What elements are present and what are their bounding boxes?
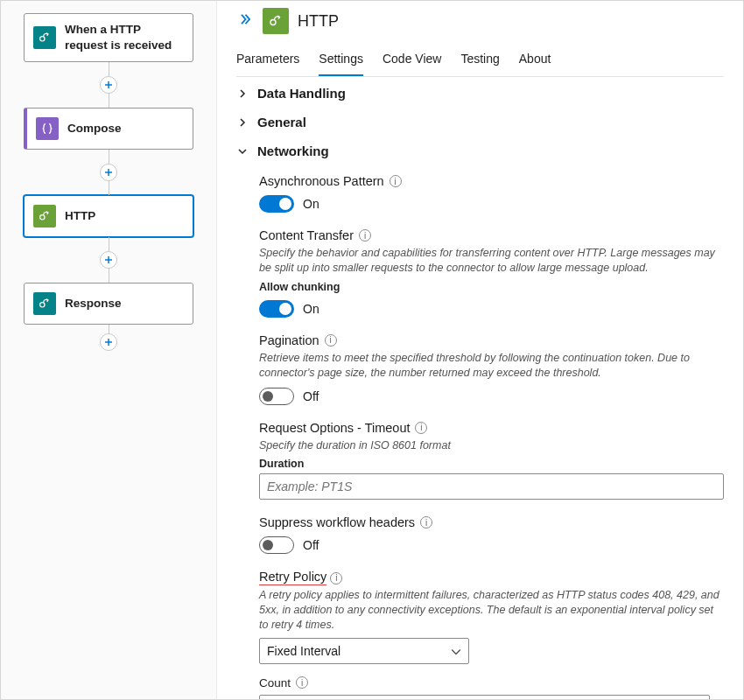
add-step-button[interactable]: [100, 251, 117, 269]
add-step-button[interactable]: [100, 76, 117, 94]
tab-parameters[interactable]: Parameters: [236, 45, 299, 76]
chevron-right-icon: [236, 87, 249, 101]
tab-settings[interactable]: Settings: [319, 45, 363, 76]
allow-chunking-label: Allow chunking: [259, 281, 724, 293]
chevron-right-icon: [236, 116, 249, 130]
pagination-state: Off: [303, 389, 319, 403]
retry-policy-select[interactable]: Fixed Interval: [259, 638, 469, 664]
workflow-node-http[interactable]: HTTP: [24, 195, 193, 237]
braces-icon: [36, 117, 59, 140]
tab-testing[interactable]: Testing: [460, 45, 499, 76]
suppress-headers-state: Off: [303, 538, 319, 552]
info-icon[interactable]: i: [296, 676, 308, 689]
suppress-headers-label: Suppress workflow headers: [259, 515, 415, 529]
svg-point-8: [40, 303, 45, 307]
async-pattern-toggle[interactable]: [259, 195, 294, 213]
timeout-label: Request Options - Timeout: [259, 421, 410, 435]
retry-policy-selected: Fixed Interval: [267, 644, 340, 658]
http-action-icon: [263, 8, 289, 34]
retry-count-input[interactable]: [259, 695, 710, 700]
tab-about[interactable]: About: [519, 45, 551, 76]
pagination-toggle[interactable]: [259, 388, 294, 405]
workflow-node-compose[interactable]: Compose: [24, 108, 193, 150]
duration-label: Duration: [259, 458, 724, 470]
action-panel: HTTP ParametersSettingsCode ViewTestingA…: [216, 1, 743, 699]
section-data-handling[interactable]: Data Handling: [236, 77, 724, 106]
panel-title: HTTP: [298, 12, 339, 31]
collapse-panel-button[interactable]: [236, 11, 252, 32]
async-pattern-state: On: [303, 197, 319, 211]
pagination-desc: Retrieve items to meet the specified thr…: [259, 351, 724, 381]
workflow-node-when-a-http-request-is-received[interactable]: When a HTTP request is received: [24, 13, 193, 62]
allow-chunking-state: On: [303, 302, 319, 316]
info-icon[interactable]: i: [330, 572, 342, 584]
count-label: Count: [259, 676, 291, 690]
node-label: When a HTTP request is received: [65, 22, 184, 52]
node-label: HTTP: [65, 208, 95, 224]
section-networking[interactable]: Networking: [236, 135, 724, 164]
add-step-button[interactable]: [100, 333, 117, 351]
chevron-down-icon: [236, 144, 249, 158]
pagination-label: Pagination: [259, 333, 319, 347]
signal-icon: [33, 205, 56, 228]
chevron-down-icon: [451, 646, 461, 660]
info-icon[interactable]: i: [325, 334, 337, 346]
panel-tabs: ParametersSettingsCode ViewTestingAbout: [236, 45, 724, 77]
info-icon[interactable]: i: [359, 229, 371, 242]
timeout-desc: Specify the duration in ISO 8601 format: [259, 438, 724, 453]
suppress-headers-toggle[interactable]: [259, 536, 294, 554]
add-step-button[interactable]: [100, 164, 117, 181]
tab-code-view[interactable]: Code View: [383, 45, 441, 76]
info-icon[interactable]: i: [420, 516, 432, 528]
info-icon[interactable]: i: [415, 422, 427, 434]
workflow-node-response[interactable]: Response: [24, 283, 193, 325]
retry-policy-desc: A retry policy applies to intermittent f…: [259, 588, 724, 633]
node-label: Compose: [67, 121, 122, 136]
section-general[interactable]: General: [236, 106, 724, 135]
content-transfer-desc: Specify the behavior and capabilities fo…: [259, 246, 724, 276]
signal-icon: [33, 26, 56, 49]
retry-policy-label: Retry Policy: [259, 570, 326, 585]
content-transfer-label: Content Transfer: [259, 228, 354, 242]
async-pattern-label: Asynchronous Pattern: [259, 174, 384, 188]
designer-canvas: When a HTTP request is receivedComposeHT…: [1, 1, 216, 699]
svg-point-0: [40, 37, 45, 41]
allow-chunking-toggle[interactable]: [259, 300, 294, 318]
node-label: Response: [65, 296, 122, 312]
info-icon[interactable]: i: [390, 175, 402, 187]
signal-icon: [33, 292, 56, 315]
duration-input[interactable]: [259, 473, 724, 500]
svg-point-5: [40, 215, 45, 220]
svg-point-11: [270, 20, 276, 25]
